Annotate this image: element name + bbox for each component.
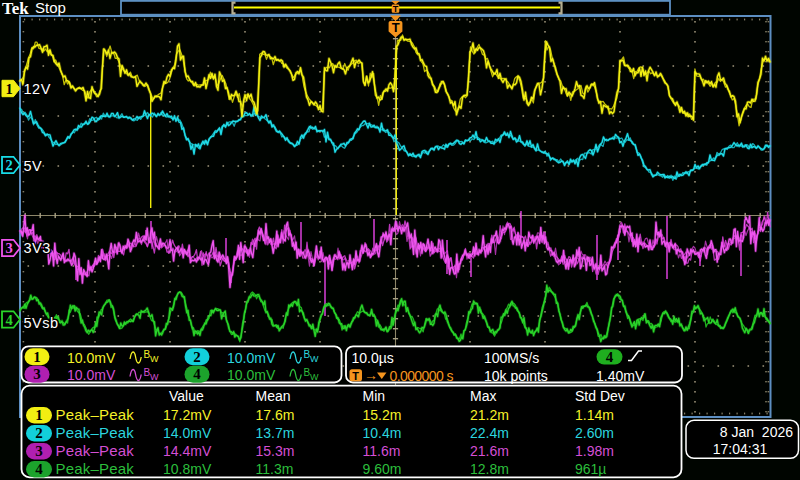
- svg-text:9.60m: 9.60m: [363, 461, 402, 477]
- svg-text:1: 1: [35, 407, 43, 423]
- svg-text:1.98m: 1.98m: [575, 443, 614, 459]
- svg-text:W: W: [150, 354, 159, 364]
- svg-text:Stop: Stop: [35, 0, 66, 16]
- svg-text:100MS/s: 100MS/s: [484, 350, 539, 366]
- svg-text:10.8mV: 10.8mV: [163, 461, 212, 477]
- svg-text:1: 1: [5, 81, 12, 97]
- svg-text:10k points: 10k points: [484, 368, 548, 384]
- svg-text:Mean: Mean: [256, 388, 291, 404]
- svg-text:2: 2: [35, 425, 43, 441]
- svg-text:Value: Value: [169, 388, 204, 404]
- svg-text:10.0µs: 10.0µs: [352, 350, 394, 366]
- svg-text:T: T: [352, 370, 359, 382]
- svg-text:4: 4: [35, 461, 43, 477]
- svg-text:3: 3: [33, 366, 41, 382]
- svg-text:15.2m: 15.2m: [363, 407, 402, 423]
- svg-text:10.4m: 10.4m: [363, 425, 402, 441]
- svg-text:10.0mV: 10.0mV: [227, 367, 276, 383]
- svg-text:1: 1: [33, 349, 41, 365]
- svg-text:2: 2: [193, 349, 201, 365]
- svg-text:W: W: [310, 372, 319, 382]
- svg-text:14.0mV: 14.0mV: [163, 425, 212, 441]
- svg-text:10.0mV: 10.0mV: [67, 350, 116, 366]
- svg-text:T: T: [393, 4, 399, 14]
- svg-text:3: 3: [5, 240, 12, 256]
- svg-text:17:04:31: 17:04:31: [713, 441, 768, 457]
- svg-text:11.6m: 11.6m: [363, 443, 401, 459]
- svg-text:Peak–Peak: Peak–Peak: [56, 424, 135, 441]
- svg-text:Peak–Peak: Peak–Peak: [56, 406, 135, 423]
- svg-text:12V: 12V: [24, 81, 51, 97]
- svg-text:Min: Min: [363, 388, 386, 404]
- svg-text:→: →: [364, 367, 378, 383]
- svg-text:17.2mV: 17.2mV: [163, 407, 212, 423]
- svg-text:4: 4: [193, 366, 201, 382]
- svg-text:Std Dev: Std Dev: [575, 388, 625, 404]
- svg-text:0.000000 s: 0.000000 s: [390, 368, 454, 384]
- svg-text:2.60m: 2.60m: [575, 425, 614, 441]
- svg-text:22.4m: 22.4m: [470, 425, 509, 441]
- svg-text:961µ: 961µ: [575, 461, 606, 477]
- svg-text:5V: 5V: [24, 158, 43, 174]
- svg-text:3V3: 3V3: [24, 240, 51, 256]
- svg-text:17.6m: 17.6m: [256, 407, 295, 423]
- svg-text:Peak–Peak: Peak–Peak: [56, 442, 135, 459]
- svg-text:21.2m: 21.2m: [470, 407, 509, 423]
- svg-text:3: 3: [35, 443, 43, 459]
- svg-text:11.3m: 11.3m: [256, 461, 294, 477]
- svg-text:Peak–Peak: Peak–Peak: [56, 460, 135, 477]
- svg-text:4: 4: [606, 349, 614, 365]
- svg-text:1.40mV: 1.40mV: [596, 368, 645, 384]
- svg-text:15.3m: 15.3m: [256, 443, 295, 459]
- svg-text:Max: Max: [470, 388, 496, 404]
- svg-text:13.7m: 13.7m: [256, 425, 295, 441]
- svg-text:1.14m: 1.14m: [575, 407, 614, 423]
- svg-text:10.0mV: 10.0mV: [227, 350, 276, 366]
- svg-text:12.8m: 12.8m: [470, 461, 509, 477]
- svg-text:2: 2: [5, 157, 12, 173]
- svg-text:5Vsb: 5Vsb: [24, 315, 59, 331]
- svg-text:10.0mV: 10.0mV: [67, 367, 116, 383]
- svg-text:4: 4: [5, 312, 12, 328]
- svg-text:14.4mV: 14.4mV: [163, 443, 212, 459]
- svg-text:T: T: [392, 20, 400, 35]
- svg-text:21.6m: 21.6m: [470, 443, 509, 459]
- svg-text:W: W: [150, 372, 159, 382]
- svg-text:Tek: Tek: [2, 0, 29, 18]
- svg-text:W: W: [310, 354, 319, 364]
- svg-text:8 Jan 2026: 8 Jan 2026: [720, 424, 793, 440]
